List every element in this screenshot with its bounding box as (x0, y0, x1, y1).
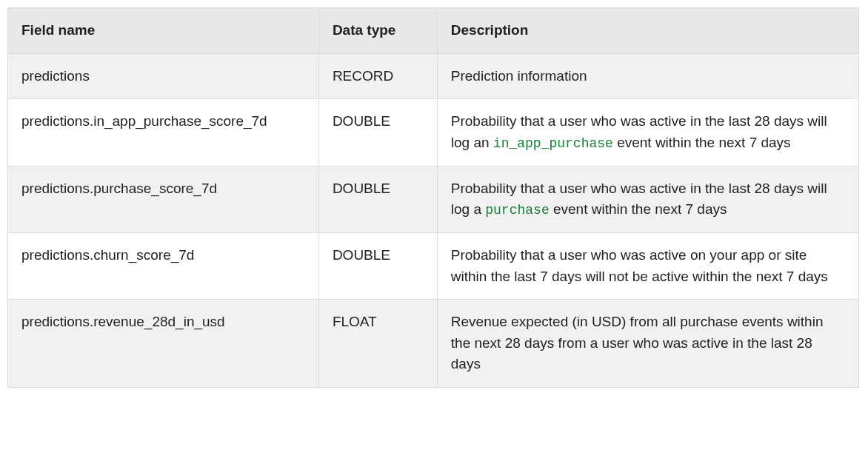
cell-data-type: FLOAT (318, 300, 437, 388)
cell-data-type: DOUBLE (318, 166, 437, 233)
cell-data-type: DOUBLE (318, 99, 437, 166)
cell-field-name: predictions.revenue_28d_in_usd (8, 300, 319, 388)
description-text: Revenue expected (in USD) from all purch… (451, 314, 824, 371)
table-row: predictions.churn_score_7dDOUBLEProbabil… (8, 233, 859, 300)
table-header-row: Field name Data type Description (8, 8, 859, 54)
cell-field-name: predictions.churn_score_7d (8, 233, 319, 300)
cell-description: Prediction information (437, 53, 858, 99)
schema-table: Field name Data type Description predict… (7, 7, 859, 388)
table-row: predictions.purchase_score_7dDOUBLEProba… (8, 166, 859, 233)
cell-description: Probability that a user who was active i… (437, 99, 858, 166)
cell-description: Revenue expected (in USD) from all purch… (437, 300, 858, 388)
cell-data-type: RECORD (318, 53, 437, 99)
description-text: Probability that a user who was active o… (451, 247, 828, 284)
table-body: predictionsRECORDPrediction informationp… (8, 53, 859, 387)
header-field-name: Field name (8, 8, 319, 54)
cell-field-name: predictions (8, 53, 319, 99)
cell-field-name: predictions.purchase_score_7d (8, 166, 319, 233)
cell-description: Probability that a user who was active i… (437, 166, 858, 233)
description-text: event within the next 7 days (613, 135, 791, 150)
table-row: predictions.revenue_28d_in_usdFLOATReven… (8, 300, 859, 388)
description-text: event within the next 7 days (550, 201, 727, 217)
cell-description: Probability that a user who was active o… (437, 233, 858, 300)
inline-code: purchase (485, 203, 549, 218)
cell-data-type: DOUBLE (318, 233, 437, 300)
description-text: Prediction information (451, 68, 587, 84)
table-row: predictionsRECORDPrediction information (8, 53, 859, 99)
table-row: predictions.in_app_purchase_score_7dDOUB… (8, 99, 859, 166)
inline-code: in_app_purchase (493, 136, 613, 151)
header-description: Description (437, 8, 858, 54)
cell-field-name: predictions.in_app_purchase_score_7d (8, 99, 319, 166)
header-data-type: Data type (318, 8, 437, 54)
